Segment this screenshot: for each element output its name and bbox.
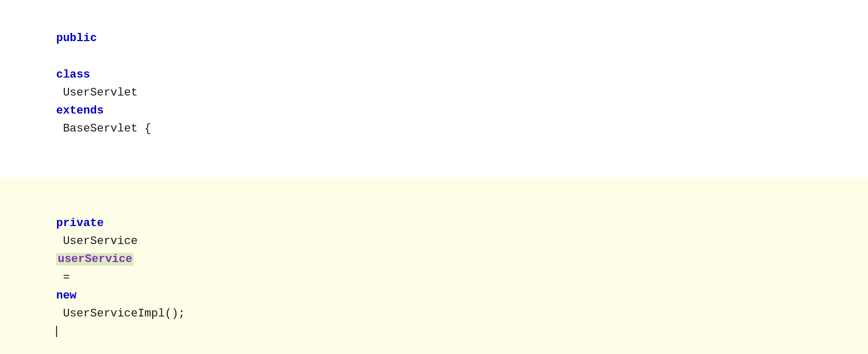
keyword-private: private	[56, 217, 103, 230]
code-editor: public class UserServlet extends BaseSer…	[0, 0, 868, 354]
type-name: UserService	[56, 235, 144, 248]
keyword-public: public	[56, 32, 97, 45]
code-line-1: public class UserServlet extends BaseSer…	[0, 10, 868, 157]
code-line-2	[0, 157, 868, 177]
line-content-1: public class UserServlet extends BaseSer…	[0, 11, 868, 156]
keyword-extends: extends	[56, 104, 103, 117]
assign-op: =	[56, 271, 77, 284]
classname: UserServlet	[56, 86, 144, 99]
line-content-3: private UserService userService = new Us…	[0, 178, 868, 354]
keyword-class: class	[56, 68, 90, 81]
text-cursor	[56, 326, 57, 337]
keyword-new: new	[56, 289, 77, 302]
code-line-3: private UserService userService = new Us…	[0, 177, 868, 354]
base-class: BaseServlet {	[56, 122, 151, 135]
constructor-call: UserServiceImpl();	[56, 307, 185, 320]
line-content-2	[0, 158, 868, 176]
var-userservice: userService	[56, 253, 134, 266]
space	[56, 50, 63, 63]
